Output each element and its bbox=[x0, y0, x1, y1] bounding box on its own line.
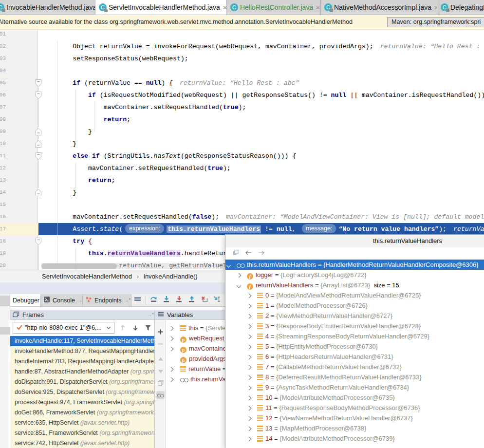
run-to-cursor-button[interactable] bbox=[211, 295, 223, 306]
thread-dropdown[interactable]: "http-nio-8080-exec-1"@6,... bbox=[13, 322, 114, 334]
chevron-right-icon[interactable] bbox=[247, 437, 252, 442]
close-tab-icon[interactable]: × bbox=[316, 4, 320, 11]
expand-chevron[interactable] bbox=[225, 423, 257, 433]
expand-chevron[interactable] bbox=[225, 362, 257, 372]
chevron-right-icon[interactable] bbox=[247, 294, 252, 299]
chevron-right-icon[interactable] bbox=[247, 416, 252, 421]
fold-marker-down[interactable] bbox=[35, 79, 42, 87]
popup-tree-row[interactable]: 6 = {HttpHeadersReturnValueHandler@6731} bbox=[225, 352, 484, 362]
expand-chevron[interactable] bbox=[225, 270, 247, 280]
fold-marker-up[interactable] bbox=[35, 188, 42, 197]
horizontal-scrollbar[interactable] bbox=[41, 263, 225, 269]
chevron-right-icon[interactable] bbox=[247, 375, 252, 380]
editor-tab-NativeMethodAccessorImpl[interactable]: CNativeMethodAccessorImpl.java× bbox=[321, 0, 437, 15]
chevron-right-icon[interactable] bbox=[247, 324, 252, 329]
stack-frame-row[interactable]: service:851, FrameworkServlet (org.sprin… bbox=[10, 428, 154, 438]
popup-tree-row[interactable]: 4 = {StreamingResponseBodyReturnValueHan… bbox=[225, 331, 484, 341]
popup-tree-row[interactable]: 2 = {ViewMethodReturnValueHandler@6727} bbox=[225, 311, 484, 321]
fold-marker-up[interactable] bbox=[35, 140, 42, 148]
editor-tab-DelegatingMethodAccessorImpl[interactable]: CDelegatingMethodAccessorImpl.java× bbox=[437, 0, 484, 15]
expand-chevron[interactable] bbox=[225, 403, 257, 413]
stack-frame-row[interactable]: service:635, HttpServlet (javax.servlet.… bbox=[10, 418, 154, 428]
popup-tree-row[interactable]: 12 = {ViewNameMethodReturnValueHandler@6… bbox=[225, 413, 484, 423]
up-arrow-button[interactable] bbox=[119, 324, 127, 332]
chevron-right-icon[interactable] bbox=[169, 326, 174, 331]
chevron-right-icon[interactable] bbox=[169, 367, 174, 372]
popup-tree-row[interactable]: 1 = {ModelMethodProcessor@6726} bbox=[225, 300, 484, 311]
expand-chevron[interactable] bbox=[225, 331, 257, 341]
editor-tab-ServletInvocableHandlerMethod[interactable]: CServletInvocableHandlerMethod.java× bbox=[95, 0, 227, 15]
popup-tree-row[interactable]: 8 = {DeferredResultMethodReturnValueHand… bbox=[225, 372, 484, 382]
chevron-right-icon[interactable] bbox=[247, 345, 252, 350]
chevron-right-icon[interactable] bbox=[237, 273, 242, 278]
stack-frame-row[interactable]: doDispatch:991, DispatcherServlet (org.s… bbox=[10, 377, 154, 387]
fold-marker-down[interactable] bbox=[35, 237, 42, 245]
stripe-button[interactable] bbox=[0, 327, 10, 335]
drop-frame-button[interactable] bbox=[198, 295, 211, 306]
fold-marker-down[interactable] bbox=[35, 152, 42, 160]
fold-marker-down[interactable] bbox=[35, 91, 42, 99]
copy-stack-button[interactable] bbox=[229, 248, 242, 259]
breadcrumb-class[interactable]: ServletInvocableHandlerMethod bbox=[42, 273, 132, 280]
expand-chevron[interactable] bbox=[167, 364, 180, 374]
expand-chevron[interactable] bbox=[225, 392, 257, 403]
expand-chevron[interactable] bbox=[225, 311, 257, 321]
expand-chevron[interactable] bbox=[225, 341, 257, 352]
stack-frame-row[interactable]: service:742, HttpServlet (javax.servlet.… bbox=[10, 438, 154, 448]
chevron-down-icon[interactable] bbox=[226, 263, 231, 268]
close-tab-icon[interactable]: × bbox=[223, 4, 227, 11]
stack-frame-row[interactable]: processRequest:974, FrameworkServlet (or… bbox=[10, 397, 154, 408]
popup-tree-row[interactable]: 10 = {ModelAttributeMethodProcessor@6735… bbox=[225, 392, 484, 403]
step-into-button[interactable] bbox=[160, 295, 173, 306]
expand-chevron[interactable] bbox=[225, 382, 257, 392]
stack-frame-row[interactable]: invokeHandlerMethod:877, RequestMappingH… bbox=[10, 346, 154, 356]
down-arrow-button[interactable] bbox=[132, 324, 140, 332]
scrollbar-thumb[interactable] bbox=[41, 263, 117, 269]
editor-tab-InvocableHandlerMethod[interactable]: CInvocableHandlerMethod.java× bbox=[0, 0, 95, 15]
expand-chevron[interactable] bbox=[225, 260, 237, 270]
force-step-into-button[interactable] bbox=[173, 295, 186, 306]
debug-tab-debugger[interactable]: Debugger bbox=[10, 294, 41, 306]
popup-tree-row[interactable]: 5 = {HttpEntityMethodProcessor@6730} bbox=[225, 341, 484, 352]
debug-tab-endpoints[interactable]: Endpoints→* bbox=[83, 294, 131, 306]
breadcrumb-method[interactable]: invokeAndHandle() bbox=[144, 273, 198, 280]
popup-tree-row[interactable]: flogger = {LogFactory$Log4jLog@6722} bbox=[225, 270, 484, 280]
stripe-button[interactable] bbox=[0, 296, 10, 306]
popup-title-bar[interactable]: this.returnValueHandlers bbox=[225, 235, 484, 247]
stack-frame-row[interactable]: doGet:866, FrameworkServlet (org.springf… bbox=[10, 408, 154, 418]
forward-button[interactable] bbox=[255, 248, 267, 259]
expand-chevron[interactable] bbox=[167, 333, 180, 343]
chevron-down-icon[interactable] bbox=[237, 283, 242, 288]
expand-chevron[interactable] bbox=[225, 321, 257, 331]
expand-chevron[interactable] bbox=[225, 413, 257, 423]
popup-tree-row[interactable]: 9 = {AsyncTaskMethodReturnValueHandler@6… bbox=[225, 382, 484, 392]
banner-action-dropdown[interactable]: Maven: org.springframework:spri bbox=[387, 17, 484, 27]
popup-tree-row[interactable]: 3 = {ResponseBodyEmitterReturnValueHandl… bbox=[225, 321, 484, 331]
chevron-right-icon[interactable] bbox=[169, 377, 174, 382]
remove-watch-button[interactable] bbox=[156, 340, 165, 349]
chevron-right-icon[interactable] bbox=[247, 304, 252, 309]
step-out-button[interactable] bbox=[186, 295, 198, 306]
expand-chevron[interactable] bbox=[225, 300, 257, 311]
editor-tab-HelloRestController[interactable]: CHelloRestController.java× bbox=[227, 0, 321, 15]
chevron-right-icon[interactable] bbox=[247, 386, 252, 391]
expand-chevron[interactable] bbox=[167, 323, 180, 333]
expand-chevron[interactable] bbox=[225, 372, 257, 382]
stack-frame-row[interactable]: handle:87, AbstractHandlerMethodAdapter … bbox=[10, 367, 154, 377]
show-watches-button[interactable] bbox=[156, 391, 165, 399]
stack-frame-row[interactable]: doService:925, DispatcherServlet (org.sp… bbox=[10, 387, 154, 397]
debug-tab-console[interactable]: Console→* bbox=[41, 294, 83, 306]
back-button[interactable] bbox=[242, 248, 255, 259]
move-up-button[interactable] bbox=[156, 355, 165, 363]
expand-chevron[interactable] bbox=[167, 343, 180, 354]
popup-tree-row[interactable]: freturnValueHandlers = {ArrayList@6723} … bbox=[225, 280, 484, 290]
popup-tree-row[interactable]: 0 = {ModelAndViewMethodReturnValueHandle… bbox=[225, 290, 484, 300]
chevron-right-icon[interactable] bbox=[169, 347, 174, 352]
fold-marker-up[interactable] bbox=[35, 128, 42, 136]
chevron-right-icon[interactable] bbox=[247, 427, 252, 431]
popup-tree-row[interactable]: 14 = {ModelAttributeMethodProcessor@6739… bbox=[225, 433, 484, 444]
filter-button[interactable] bbox=[145, 324, 152, 332]
popup-tree-row[interactable]: 7 = {CallableMethodReturnValueHandler@67… bbox=[225, 362, 484, 372]
popup-tree-row[interactable]: this.returnValueHandlers = {HandlerMetho… bbox=[225, 260, 484, 270]
add-watch-button[interactable] bbox=[156, 328, 165, 336]
